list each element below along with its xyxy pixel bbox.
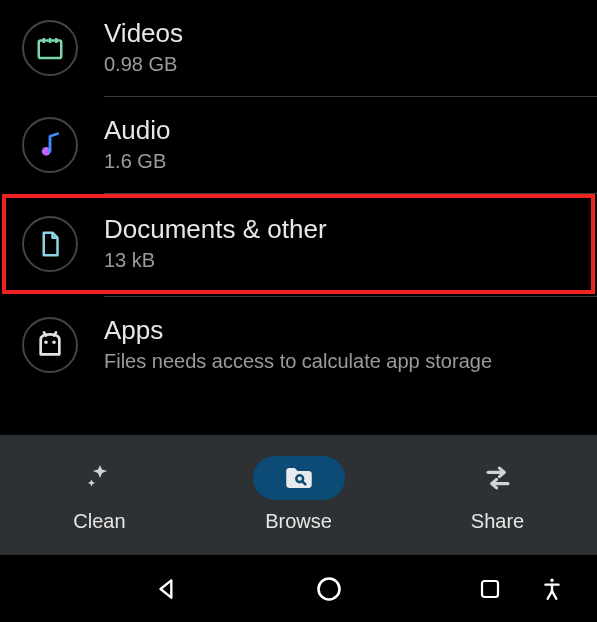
bottom-nav-label: Share xyxy=(471,510,524,533)
nav-home-button[interactable] xyxy=(312,572,346,606)
category-text: Audio 1.6 GB xyxy=(104,115,577,175)
svg-point-13 xyxy=(318,578,339,599)
category-title: Videos xyxy=(104,18,577,49)
svg-point-7 xyxy=(44,341,47,344)
svg-rect-0 xyxy=(39,41,62,59)
category-text: Apps Files needs access to calculate app… xyxy=(104,315,577,375)
bottom-nav-share[interactable]: Share xyxy=(398,456,597,533)
bottom-nav-browse[interactable]: Browse xyxy=(199,456,398,533)
audio-icon xyxy=(22,117,78,173)
svg-line-6 xyxy=(54,332,56,335)
category-size: Files needs access to calculate app stor… xyxy=(104,348,577,375)
category-size: 0.98 GB xyxy=(104,51,577,78)
clean-icon xyxy=(54,456,146,500)
apps-icon xyxy=(22,317,78,373)
category-title: Apps xyxy=(104,315,577,346)
category-row-audio[interactable]: Audio 1.6 GB xyxy=(0,97,597,193)
svg-point-8 xyxy=(52,341,55,344)
bottom-nav-label: Browse xyxy=(265,510,332,533)
category-list: Videos 0.98 GB Audio 1.6 GB Documents & … xyxy=(0,0,597,393)
bottom-nav-bar: Clean Browse Share xyxy=(0,435,597,555)
documents-icon xyxy=(22,216,78,272)
android-nav-bar xyxy=(0,555,597,622)
nav-accessibility-button[interactable] xyxy=(535,572,569,606)
category-title: Documents & other xyxy=(104,214,573,245)
svg-line-19 xyxy=(552,591,556,599)
bottom-nav-clean[interactable]: Clean xyxy=(0,456,199,533)
category-row-apps[interactable]: Apps Files needs access to calculate app… xyxy=(0,297,597,393)
category-title: Audio xyxy=(104,115,577,146)
svg-point-15 xyxy=(550,578,553,581)
svg-line-5 xyxy=(44,332,46,335)
category-size: 1.6 GB xyxy=(104,148,577,175)
category-text: Videos 0.98 GB xyxy=(104,18,577,78)
videos-icon xyxy=(22,20,78,76)
divider xyxy=(104,193,597,194)
nav-back-button[interactable] xyxy=(150,572,184,606)
svg-rect-14 xyxy=(482,581,498,597)
category-row-documents[interactable]: Documents & other 13 kB xyxy=(4,196,593,292)
category-row-videos[interactable]: Videos 0.98 GB xyxy=(0,0,597,96)
category-size: 13 kB xyxy=(104,247,573,274)
category-text: Documents & other 13 kB xyxy=(104,214,573,274)
nav-recent-button[interactable] xyxy=(473,572,507,606)
share-icon xyxy=(452,456,544,500)
bottom-nav-label: Clean xyxy=(73,510,125,533)
browse-icon xyxy=(253,456,345,500)
